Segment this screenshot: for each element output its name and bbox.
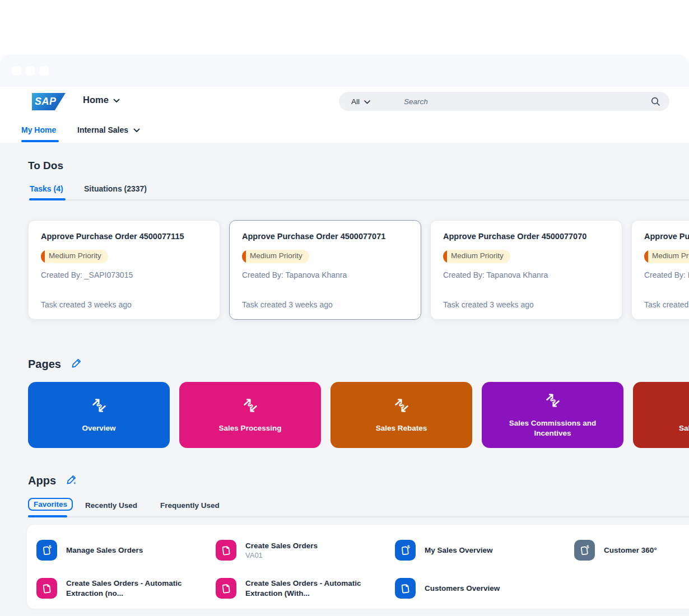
search-scope-select[interactable]: All — [348, 97, 375, 106]
tab-favorites[interactable]: Favorites — [28, 498, 73, 511]
apps-panel: $ Manage Sales Orders Create Sales Order… — [27, 525, 689, 609]
sales-order-doc-dollar-icon: $ — [395, 540, 416, 561]
task-card[interactable]: Approve Purchase Order 4500077071 Medium… — [229, 220, 421, 320]
page-tile[interactable]: $ Overview — [28, 382, 170, 448]
sap-fiori-launchpad: SAP Home All Search My Home — [0, 0, 689, 616]
pages-heading: Pages — [28, 358, 61, 371]
app-item[interactable]: Customers Overview — [395, 578, 563, 599]
svg-text:$: $ — [586, 544, 589, 549]
todos-active-tab-indicator — [29, 198, 66, 200]
task-title: Approve Purchase Order 4500077115 — [41, 232, 207, 241]
svg-text:$: $ — [48, 544, 52, 549]
document-icon — [395, 578, 416, 599]
priority-label: Medium Priority — [45, 250, 108, 263]
app-item[interactable]: $ Customer 360° — [574, 540, 689, 561]
task-age: Task created 3 weeks ago — [41, 300, 132, 309]
active-tab-indicator — [21, 140, 59, 142]
priority-label: Medium Priority — [648, 250, 689, 263]
search-bar[interactable]: All Search — [339, 92, 669, 111]
window-button-2[interactable] — [25, 66, 35, 76]
task-age: Task created 3 weeks ago — [443, 300, 534, 309]
app-label: Customers Overview — [425, 584, 500, 594]
priority-label: Medium Priority — [447, 250, 510, 263]
apps-tab-track — [28, 516, 689, 517]
priority-badge: Medium Priority — [443, 250, 510, 263]
tab-my-home[interactable]: My Home — [21, 125, 56, 134]
sap-logo[interactable]: SAP — [32, 93, 66, 110]
task-created-by: Created By: _SAPI073015 — [41, 270, 207, 279]
tab-situations[interactable]: Situations (2337) — [84, 184, 147, 193]
edit-apps-icon[interactable] — [66, 474, 77, 487]
tab-recently-used[interactable]: Recently Used — [85, 501, 137, 510]
app-item[interactable]: $ My Sales Overview — [395, 540, 563, 561]
page-tile[interactable]: $ Sales Processing — [179, 382, 321, 448]
page-tiles-row: $ Overview $ Sales Processing $ Sales Re… — [28, 382, 689, 448]
apps-heading: Apps — [28, 474, 56, 487]
app-item[interactable]: Create Sales Orders VA01 — [216, 540, 384, 561]
task-cards-row: Approve Purchase Order 4500077115 Medium… — [28, 220, 689, 320]
task-title: Approve Purchase Order — [644, 232, 689, 241]
priority-bar-icon — [644, 250, 648, 263]
page-title: Home — [83, 95, 109, 105]
app-label: Create Sales Orders - Automatic Extracti… — [245, 578, 377, 598]
task-card[interactable]: Approve Purchase Order 4500077070 Medium… — [430, 220, 622, 320]
todos-heading: To Dos — [28, 160, 63, 172]
app-item[interactable]: Create Sales Orders - Automatic Extracti… — [216, 578, 384, 599]
app-label: Create Sales Orders — [245, 541, 318, 551]
app-subtitle: VA01 — [245, 551, 318, 559]
sales-order-doc-dollar-icon: $ — [36, 540, 57, 561]
priority-badge: Medium Priority — [242, 250, 309, 263]
shell-header: SAP Home All Search My Home — [0, 87, 689, 143]
priority-bar-icon — [242, 250, 246, 263]
page-tile-label: Sal — [679, 423, 689, 433]
app-label: My Sales Overview — [425, 545, 493, 556]
search-input[interactable]: Search — [404, 97, 650, 106]
task-created-by: Created By: Tapanova Khanra — [242, 270, 408, 279]
document-icon — [36, 578, 57, 599]
tab-tasks[interactable]: Tasks (4) — [30, 184, 63, 193]
document-icon — [216, 540, 236, 561]
page-tile-label: Sales Rebates — [376, 423, 427, 433]
priority-badge: Medium Priority — [41, 250, 108, 263]
space-tabs: My Home Internal Sales — [0, 122, 689, 143]
task-card[interactable]: Approve Purchase Order Medium Priority C… — [631, 220, 689, 320]
page-tile[interactable]: $ Sales Rebates — [330, 382, 472, 448]
page-title-menu[interactable]: Home — [83, 95, 120, 105]
app-label: Create Sales Orders - Automatic Extracti… — [66, 578, 198, 598]
task-age: Task created 3 weeks ago — [242, 300, 333, 309]
page-tile[interactable]: $ Sales Commissions and Incentives — [482, 382, 623, 448]
page-tile-label: Sales Commissions and Incentives — [493, 418, 612, 438]
sales-order-doc-dollar-icon: $ — [574, 540, 595, 561]
chevron-down-icon — [133, 125, 140, 134]
search-scope-value: All — [351, 97, 360, 106]
tab-internal-sales[interactable]: Internal Sales — [77, 125, 140, 134]
tab-internal-sales-label: Internal Sales — [77, 125, 128, 134]
edit-pages-icon[interactable] — [71, 358, 82, 371]
app-label: Customer 360° — [604, 545, 657, 556]
app-item[interactable]: $ Manage Sales Orders — [36, 540, 204, 561]
sales-exchange-icon: $ — [544, 391, 562, 412]
page-tile[interactable]: $ Sal — [633, 382, 689, 448]
window-button-1[interactable] — [12, 66, 21, 76]
svg-text:$: $ — [407, 544, 410, 549]
priority-label: Medium Priority — [246, 250, 309, 263]
window-button-3[interactable] — [39, 66, 49, 76]
task-age: Task created 3 weeks ago — [644, 300, 689, 309]
app-item[interactable]: Create Sales Orders - Automatic Extracti… — [36, 578, 204, 599]
document-icon — [216, 578, 236, 599]
page-tile-label: Sales Processing — [219, 423, 282, 433]
task-title: Approve Purchase Order 4500077070 — [443, 232, 609, 241]
priority-badge: Medium Priority — [644, 250, 689, 263]
sales-exchange-icon: $ — [393, 396, 411, 417]
search-icon[interactable] — [650, 96, 660, 106]
task-card[interactable]: Approve Purchase Order 4500077115 Medium… — [28, 220, 220, 320]
task-created-by: Created By: Tapanova Khanra — [443, 270, 609, 279]
tab-frequently-used[interactable]: Frequently Used — [160, 501, 220, 510]
browser-chrome-bar — [0, 55, 689, 87]
tab-my-home-label: My Home — [21, 125, 56, 134]
priority-bar-icon — [443, 250, 447, 263]
sales-exchange-icon: $ — [90, 396, 108, 417]
sales-exchange-icon: $ — [241, 396, 259, 417]
app-label: Manage Sales Orders — [66, 545, 143, 556]
task-created-by: Created By: E — [644, 270, 689, 279]
